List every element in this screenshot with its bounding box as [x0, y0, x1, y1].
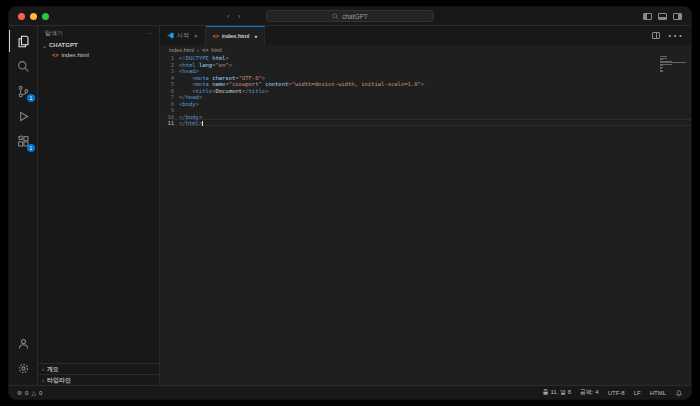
- code-token: Document: [215, 88, 242, 94]
- code-token: "viewport": [229, 81, 262, 87]
- code-token: head: [186, 94, 199, 100]
- status-item[interactable]: 공백: 4: [580, 388, 599, 397]
- settings-gear-icon[interactable]: [9, 357, 37, 379]
- sidebar-more-actions-icon[interactable]: ···: [146, 30, 152, 36]
- tab-index-label: index.html: [222, 33, 249, 39]
- code-token: html: [182, 62, 195, 68]
- editor-group: 시작 × <> index.html ● ⋯ index.html › <> h…: [160, 26, 691, 385]
- timeline-section[interactable]: › 타임라인: [38, 374, 159, 385]
- file-list: <>index.html: [38, 50, 159, 60]
- code-token: [179, 75, 192, 81]
- breadcrumb-file[interactable]: index.html: [169, 47, 194, 53]
- text-cursor: [202, 121, 203, 127]
- code-token: >: [199, 114, 202, 120]
- tab-welcome[interactable]: 시작 ×: [160, 26, 206, 45]
- search-icon: [332, 13, 339, 20]
- tab-close-icon[interactable]: ×: [194, 33, 198, 39]
- status-bar: ⊘ 0 △ 0 줄 11, 열 8공백: 4UTF-8LFHTML: [9, 385, 691, 399]
- code-line[interactable]: </html>: [174, 119, 691, 126]
- symbol-icon: <>: [202, 47, 208, 53]
- html-file-icon: <>: [52, 52, 58, 58]
- code-token: >: [229, 62, 232, 68]
- tab-index-html[interactable]: <> index.html ●: [206, 26, 266, 45]
- breadcrumb-symbol[interactable]: html: [211, 47, 221, 53]
- gutter: 1234567891011: [160, 55, 174, 385]
- code-token: meta: [196, 75, 209, 81]
- chevron-right-icon: ›: [42, 377, 44, 383]
- status-item[interactable]: 줄 11, 열 8: [543, 388, 571, 397]
- code-token: charset: [212, 75, 235, 81]
- vscode-logo-icon: [167, 32, 174, 39]
- extensions-icon[interactable]: 1: [9, 130, 37, 152]
- code-token: content: [265, 81, 288, 87]
- line-number[interactable]: 11: [160, 120, 174, 127]
- split-editor-icon[interactable]: [652, 32, 660, 39]
- code-token: </: [242, 88, 249, 94]
- root-folder-row[interactable]: ⌄ CHATGPT: [38, 40, 159, 50]
- account-icon[interactable]: [9, 332, 37, 354]
- back-arrow-icon[interactable]: ‹: [227, 12, 230, 21]
- outline-label: 개요: [47, 365, 59, 374]
- toggle-secondary-sidebar-icon[interactable]: [673, 13, 682, 20]
- code-token: body: [182, 101, 195, 107]
- code-token: >: [196, 101, 199, 107]
- status-item[interactable]: UTF-8: [608, 390, 625, 396]
- tab-welcome-label: 시작: [177, 31, 189, 40]
- breadcrumb: index.html › <> html: [160, 45, 691, 54]
- code-token: </: [179, 114, 186, 120]
- chevron-right-icon: ›: [42, 366, 44, 372]
- code-token: [179, 88, 192, 94]
- code-token: title: [249, 88, 266, 94]
- code-token: html: [186, 120, 199, 126]
- status-item[interactable]: LF: [634, 390, 641, 396]
- code-token: </: [179, 120, 186, 126]
- source-control-icon[interactable]: 1: [9, 80, 37, 102]
- minimize-window-button[interactable]: [30, 13, 37, 20]
- html-file-icon: <>: [213, 33, 219, 39]
- workspace-title: chatGPT: [342, 13, 368, 20]
- root-folder-label: CHATGPT: [49, 42, 78, 48]
- warning-count[interactable]: 0: [39, 390, 42, 396]
- code-lines: <!DOCTYPE html><html lang="en"><head> <m…: [174, 55, 691, 385]
- toggle-panel-icon[interactable]: [658, 13, 667, 20]
- error-icon[interactable]: ⊘: [17, 389, 22, 396]
- code-token: [179, 81, 192, 87]
- run-debug-icon[interactable]: [9, 105, 37, 127]
- search-sidebar-icon[interactable]: [9, 55, 37, 77]
- explorer-icon[interactable]: [9, 30, 37, 52]
- code-token: meta: [196, 81, 209, 87]
- code-token: >: [265, 88, 268, 94]
- sidebar-title: 탐색기: [45, 29, 63, 38]
- vscode-window: ‹ › chatGPT: [8, 6, 692, 400]
- minimap-line: [660, 71, 663, 72]
- status-item[interactable]: HTML: [650, 390, 666, 396]
- extensions-badge: 1: [27, 144, 35, 152]
- editor-more-actions-icon[interactable]: ⋯: [667, 26, 683, 45]
- forward-arrow-icon[interactable]: ›: [238, 12, 241, 21]
- timeline-label: 타임라인: [47, 376, 71, 385]
- code-token: >: [225, 55, 228, 61]
- tab-bar: 시작 × <> index.html ● ⋯: [160, 26, 691, 45]
- code-token: >: [196, 68, 199, 74]
- close-window-button[interactable]: [18, 13, 25, 20]
- warning-icon[interactable]: △: [31, 389, 36, 396]
- code-token: "UTF-8": [239, 75, 262, 81]
- chevron-down-icon: ⌄: [42, 42, 47, 49]
- code-token: head: [182, 68, 195, 74]
- source-control-badge: 1: [27, 94, 35, 102]
- code-token: [179, 107, 192, 113]
- code-token: body: [186, 114, 199, 120]
- notifications-bell-icon[interactable]: [675, 389, 683, 397]
- file-row[interactable]: <>index.html: [38, 50, 159, 60]
- toggle-sidebar-icon[interactable]: [643, 13, 652, 20]
- code-token: title: [196, 88, 213, 94]
- code-editor[interactable]: 1234567891011 <!DOCTYPE html><html lang=…: [160, 54, 691, 385]
- code-token: "width=device-width, initial-scale=1.0": [292, 81, 421, 87]
- maximize-window-button[interactable]: [42, 13, 49, 20]
- activity-bar: 1 1: [9, 26, 38, 385]
- command-center-search[interactable]: chatGPT: [266, 10, 434, 22]
- minimap[interactable]: [660, 56, 688, 73]
- outline-section[interactable]: › 개요: [38, 363, 159, 374]
- error-count[interactable]: 0: [25, 390, 28, 396]
- code-token: >: [199, 94, 202, 100]
